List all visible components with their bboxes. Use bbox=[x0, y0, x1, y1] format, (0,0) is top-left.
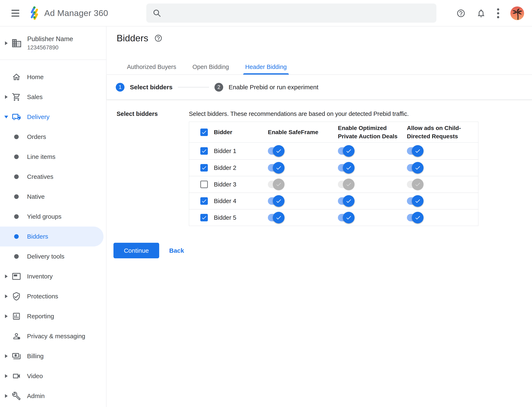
safeframe-toggle[interactable] bbox=[268, 212, 284, 223]
bidder-name: Bidder 4 bbox=[214, 198, 268, 204]
child-directed-toggle[interactable] bbox=[407, 195, 424, 207]
bidder-name: Bidder 2 bbox=[214, 164, 268, 171]
optimized-deals-toggle[interactable] bbox=[338, 212, 355, 223]
continue-button[interactable]: Continue bbox=[113, 243, 159, 258]
caret-right-icon bbox=[5, 274, 8, 278]
sidebar-item-reporting[interactable]: Reporting bbox=[0, 306, 104, 326]
tab-bar: Authorized Buyers Open Bidding Header Bi… bbox=[125, 59, 301, 75]
row-checkbox[interactable] bbox=[200, 197, 208, 205]
bullet-icon bbox=[14, 234, 19, 239]
safeframe-toggle bbox=[268, 179, 284, 190]
sidebar-item-sales[interactable]: Sales bbox=[0, 87, 104, 107]
page-title: Bidders bbox=[117, 33, 148, 44]
safeframe-toggle[interactable] bbox=[268, 145, 284, 157]
sidebar-item-inventory[interactable]: Inventory bbox=[0, 266, 104, 286]
sidebar-item-delivery-tools[interactable]: Delivery tools bbox=[0, 246, 104, 266]
hamburger-menu-icon[interactable] bbox=[11, 10, 19, 17]
table-row: Bidder 2 bbox=[189, 159, 478, 176]
sidebar-item-privacy-messaging[interactable]: Privacy & messaging bbox=[0, 326, 104, 346]
back-link[interactable]: Back bbox=[169, 247, 184, 254]
publisher-id: 1234567890 bbox=[27, 44, 73, 51]
optimized-deals-toggle[interactable] bbox=[338, 162, 355, 174]
wrench-icon bbox=[12, 391, 21, 400]
bullet-icon bbox=[14, 155, 19, 159]
sidebar-item-creatives[interactable]: Creatives bbox=[0, 167, 104, 187]
app-name: Ad Manager 360 bbox=[44, 8, 108, 18]
sidebar-item-home[interactable]: Home bbox=[0, 67, 104, 87]
child-directed-toggle[interactable] bbox=[407, 145, 424, 157]
caret-right-icon bbox=[5, 354, 8, 358]
search-input[interactable] bbox=[161, 4, 436, 23]
caret-right-icon bbox=[5, 374, 8, 378]
row-checkbox[interactable] bbox=[200, 164, 208, 172]
ad-manager-logo-icon bbox=[30, 6, 39, 20]
sidebar-item-yield-groups[interactable]: Yield groups bbox=[0, 207, 104, 227]
publisher-name: Publisher Name bbox=[27, 35, 73, 43]
caret-down-icon bbox=[4, 116, 8, 118]
child-directed-toggle[interactable] bbox=[407, 162, 424, 174]
child-directed-toggle bbox=[407, 179, 424, 190]
cart-icon bbox=[12, 92, 21, 102]
column-header-bidder: Bidder bbox=[214, 128, 268, 136]
sidebar-item-billing[interactable]: Billing bbox=[0, 346, 104, 366]
select-all-checkbox[interactable] bbox=[200, 129, 208, 136]
tab-authorized-buyers[interactable]: Authorized Buyers bbox=[125, 59, 178, 75]
column-header-optimized-deals: Enable Optimized Private Auction Deals bbox=[338, 124, 407, 141]
shield-check-icon bbox=[12, 292, 21, 301]
account-avatar[interactable] bbox=[510, 7, 524, 20]
truck-icon bbox=[12, 112, 21, 122]
help-button[interactable] bbox=[456, 9, 466, 18]
step-enable-prebid: 2 Enable Prebid or run experiment bbox=[214, 83, 318, 92]
child-directed-toggle[interactable] bbox=[407, 212, 424, 223]
search-icon bbox=[153, 9, 161, 17]
more-options-button[interactable] bbox=[497, 8, 500, 19]
bullet-icon bbox=[14, 254, 19, 259]
help-icon[interactable] bbox=[154, 34, 162, 42]
optimized-deals-toggle[interactable] bbox=[338, 145, 355, 157]
sidebar-item-native[interactable]: Native bbox=[0, 187, 104, 207]
bidders-table: Bidder Enable SafeFrame Enable Optimized… bbox=[189, 122, 478, 226]
safeframe-toggle[interactable] bbox=[268, 195, 284, 207]
sidebar-nav: Home Sales Delivery Orders bbox=[0, 60, 106, 406]
caret-right-icon bbox=[5, 95, 8, 99]
step-number-badge: 1 bbox=[116, 83, 124, 92]
table-row: Bidder 5 bbox=[189, 209, 478, 226]
home-icon bbox=[12, 72, 21, 82]
column-header-safeframe: Enable SafeFrame bbox=[268, 128, 338, 136]
sidebar-item-delivery[interactable]: Delivery bbox=[0, 107, 104, 127]
sidebar-item-admin[interactable]: Admin bbox=[0, 386, 104, 406]
publisher-selector[interactable]: Publisher Name 1234567890 bbox=[0, 27, 106, 60]
sidebar-item-protections[interactable]: Protections bbox=[0, 286, 104, 306]
palm-tree-icon bbox=[512, 8, 523, 20]
stepper-connector bbox=[178, 87, 209, 87]
sidebar: Publisher Name 1234567890 Home Sales bbox=[0, 27, 106, 407]
videocam-icon bbox=[12, 371, 21, 381]
ad-manager-page: Ad Manager 360 bbox=[0, 0, 532, 407]
sidebar-item-bidders[interactable]: Bidders bbox=[0, 227, 104, 246]
table-row: Bidder 4 bbox=[189, 193, 478, 209]
table-row: Bidder 1 bbox=[189, 143, 478, 159]
row-checkbox[interactable] bbox=[200, 181, 208, 188]
stepper: 1 Select bidders 2 Enable Prebid or run … bbox=[107, 75, 532, 100]
bidder-name: Bidder 3 bbox=[214, 181, 268, 188]
safeframe-toggle[interactable] bbox=[268, 162, 284, 174]
search-bar[interactable] bbox=[146, 4, 436, 23]
topbar-actions bbox=[456, 0, 524, 26]
description-text: Select bidders. These recommendations ar… bbox=[189, 110, 409, 117]
sidebar-item-video[interactable]: Video bbox=[0, 366, 104, 386]
row-checkbox[interactable] bbox=[200, 147, 208, 155]
bar-chart-icon bbox=[12, 312, 21, 321]
tab-open-bidding[interactable]: Open Bidding bbox=[190, 59, 231, 75]
caret-right-icon bbox=[5, 314, 8, 318]
row-checkbox[interactable] bbox=[200, 214, 208, 221]
bullet-icon bbox=[14, 174, 19, 179]
notifications-button[interactable] bbox=[476, 8, 486, 18]
tab-header-bidding[interactable]: Header Bidding bbox=[243, 59, 289, 75]
table-row: Bidder 3 bbox=[189, 176, 478, 193]
column-header-child-directed: Allow ads on Child-Directed Requests bbox=[407, 124, 478, 141]
sidebar-item-orders[interactable]: Orders bbox=[0, 127, 104, 147]
sidebar-item-line-items[interactable]: Line items bbox=[0, 147, 104, 167]
optimized-deals-toggle bbox=[338, 179, 355, 190]
optimized-deals-toggle[interactable] bbox=[338, 195, 355, 207]
main-content: Bidders Authorized Buyers Open Bidding H… bbox=[107, 27, 532, 407]
